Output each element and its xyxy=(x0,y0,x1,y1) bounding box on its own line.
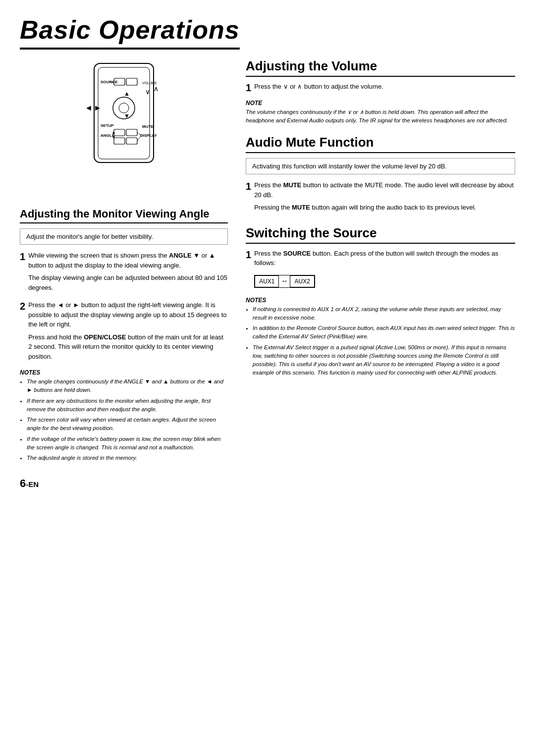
list-item: If the voltage of the vehicle's battery … xyxy=(27,435,228,452)
monitor-step1: 1 While viewing the screen that is shown… xyxy=(20,251,228,295)
svg-text:VOLUME: VOLUME xyxy=(142,81,157,85)
adjusting-volume-heading: Adjusting the Volume xyxy=(246,58,515,77)
svg-text:◄: ◄ xyxy=(85,104,93,112)
aux-arrow-icon: ↔ xyxy=(279,276,290,286)
list-item: The adjusted angle is stored in the memo… xyxy=(27,454,228,462)
right-column: Adjusting the Volume 1 Press the ∨ or ∧ … xyxy=(246,58,515,490)
svg-rect-21 xyxy=(126,129,137,136)
list-item: The screen color will vary when viewed a… xyxy=(27,416,228,433)
svg-text:SETUP: SETUP xyxy=(101,123,114,128)
monitor-step2: 2 Press the ◄ or ► button to adjust the … xyxy=(20,300,228,364)
page-title: Basic Operations xyxy=(20,15,240,50)
switching-source-heading: Switching the Source xyxy=(246,225,515,244)
monitor-notes-list: The angle changes continuously if the AN… xyxy=(20,378,228,462)
audio-mute-section: Audio Mute Function Activating this func… xyxy=(246,135,515,216)
page-number: 6-EN xyxy=(20,477,228,490)
list-item: In addition to the Remote Control Source… xyxy=(253,324,515,341)
svg-text:▲: ▲ xyxy=(124,90,130,97)
aux-flow-diagram: AUX1 ↔ AUX2 xyxy=(254,275,315,288)
mute-step1: 1 Press the MUTE button to activate the … xyxy=(246,180,515,216)
list-item: The External AV Select trigger is a puls… xyxy=(253,343,515,378)
svg-text:MUTE: MUTE xyxy=(142,124,154,129)
svg-rect-4 xyxy=(126,78,137,85)
svg-line-26 xyxy=(137,135,141,141)
svg-point-13 xyxy=(119,103,129,113)
list-item: If there are any obstructions to the mon… xyxy=(27,397,228,414)
svg-text:∧: ∧ xyxy=(154,85,159,93)
svg-text:DISPLAY: DISPLAY xyxy=(140,133,158,138)
volume-note: NOTE The volume changes continuously if … xyxy=(246,100,515,125)
aux1-box: AUX1 xyxy=(255,275,279,287)
svg-rect-23 xyxy=(126,138,137,144)
audio-mute-heading: Audio Mute Function xyxy=(246,135,515,153)
svg-text:∨: ∨ xyxy=(145,88,150,96)
monitor-angle-heading: Adjusting the Monitor Viewing Angle xyxy=(20,208,228,223)
svg-text:SOURCE: SOURCE xyxy=(101,80,118,84)
monitor-angle-section: Adjusting the Monitor Viewing Angle Adju… xyxy=(20,208,228,462)
svg-text:►: ► xyxy=(94,104,102,112)
device-diagram: SOURCE VOLUME ∨ ∧ ◄ ► ▲ ▼ SE xyxy=(20,58,228,199)
monitor-notes: NOTES The angle changes continuously if … xyxy=(20,369,228,462)
left-column: SOURCE VOLUME ∨ ∧ ◄ ► ▲ ▼ SE xyxy=(20,58,228,490)
source-notes: NOTES If nothing is connected to AUX 1 o… xyxy=(246,297,515,378)
volume-step1: 1 Press the ∨ or ∧ button to adjust the … xyxy=(246,82,515,95)
switching-source-section: Switching the Source 1 Press the SOURCE … xyxy=(246,225,515,378)
list-item: If nothing is connected to AUX 1 or AUX … xyxy=(253,305,515,323)
list-item: The angle changes continuously if the AN… xyxy=(27,378,228,395)
source-step1: 1 Press the SOURCE button. Each press of… xyxy=(246,249,515,292)
adjusting-volume-section: Adjusting the Volume 1 Press the ∨ or ∧ … xyxy=(246,58,515,125)
aux2-box: AUX2 xyxy=(290,275,314,287)
source-notes-list: If nothing is connected to AUX 1 or AUX … xyxy=(246,305,515,378)
monitor-angle-infobox: Adjust the monitor's angle for better vi… xyxy=(20,228,228,245)
audio-mute-infobox: Activating this function will instantly … xyxy=(246,158,515,174)
